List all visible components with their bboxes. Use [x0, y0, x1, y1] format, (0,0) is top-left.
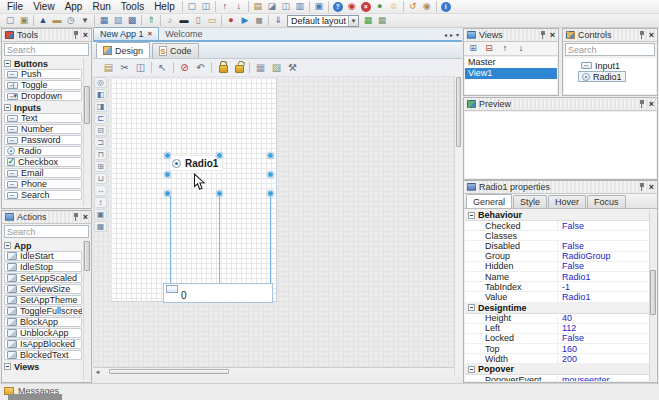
preview-app-icon[interactable]: ▣	[312, 1, 326, 13]
canvas-vertical-scrollbar[interactable]	[454, 76, 462, 375]
pin-icon[interactable]	[540, 31, 546, 40]
collapse-icon[interactable]	[468, 366, 475, 373]
property-value[interactable]: -1	[557, 282, 649, 292]
property-value[interactable]: 160	[557, 344, 649, 354]
tool-item-toggle[interactable]: Toggle	[4, 80, 82, 90]
property-value[interactable]: False	[557, 333, 649, 343]
resize-handle-se[interactable]	[267, 190, 274, 197]
save-icon[interactable]: ▦	[97, 15, 111, 27]
property-row-left[interactable]: Left112	[465, 324, 649, 334]
tab-list-icon[interactable]: ▾	[456, 31, 459, 39]
tab-style[interactable]: Style	[513, 195, 547, 208]
tab-scroll-left-icon[interactable]: ◂	[444, 31, 447, 39]
property-row-hidden[interactable]: HiddenFalse	[465, 262, 649, 272]
tool-item-blockapp[interactable]: BlockApp	[4, 317, 82, 327]
section-app[interactable]: App	[4, 240, 82, 251]
collapse-icon[interactable]	[468, 304, 475, 311]
pin-icon[interactable]	[73, 213, 79, 222]
tool-item-isappblocked[interactable]: IsAppBlocked	[4, 339, 82, 349]
close-icon[interactable]: ×	[649, 31, 654, 40]
align-right-icon[interactable]: ⊐	[94, 137, 107, 148]
resize-handle-e[interactable]	[267, 171, 274, 178]
new-window-icon[interactable]: ▢	[185, 1, 199, 13]
tool-item-phone[interactable]: Phone	[4, 179, 82, 189]
property-row-top[interactable]: Top160	[465, 344, 649, 354]
tool-item-idlestop[interactable]: IdleStop	[4, 262, 82, 272]
bring-front-icon[interactable]: ◧	[94, 89, 107, 100]
browse-files-icon[interactable]: ▥	[293, 1, 307, 13]
tools-scrollbar[interactable]	[83, 58, 90, 206]
chevron-down-icon[interactable]: ▾	[348, 16, 358, 26]
doc-tab-new-app-1[interactable]: New App 1×	[93, 27, 159, 40]
tool-item-text[interactable]: Text	[4, 113, 82, 123]
same-size-icon[interactable]: ▣	[94, 209, 107, 220]
tool-item-setappscaled[interactable]: SetAppScaled	[4, 273, 82, 283]
property-value[interactable]: False	[557, 221, 649, 231]
layout-reset-icon[interactable]: ▦	[375, 15, 389, 27]
property-value[interactable]: Radio1	[557, 292, 649, 302]
controls-search-input[interactable]	[565, 43, 655, 56]
property-group-behaviour[interactable]: Behaviour	[465, 210, 649, 221]
actions-search-input[interactable]	[4, 225, 89, 238]
align-bottom-icon[interactable]: ⊔	[94, 173, 107, 184]
duplicate-icon[interactable]: ◫	[279, 1, 293, 13]
copy-icon[interactable]: ▤	[251, 1, 265, 13]
get-build-icon[interactable]: ⇓	[271, 15, 285, 27]
property-row-value[interactable]: ValueRadio1	[465, 292, 649, 302]
open-project-icon[interactable]: ▬	[50, 15, 64, 27]
section-inputs[interactable]: Inputs	[4, 102, 82, 113]
menu-help[interactable]: Help	[149, 0, 180, 13]
radio1-label-box[interactable]: Radio1	[169, 155, 223, 171]
tab-scroll-right-icon[interactable]: ▸	[450, 31, 453, 39]
tool-item-blockedtext[interactable]: BlockedText	[4, 350, 82, 360]
property-row-group[interactable]: GroupRadioGroup	[465, 252, 649, 262]
property-row-classes[interactable]: Classes	[465, 231, 649, 241]
pin-icon[interactable]	[639, 31, 645, 40]
section-views[interactable]: Views	[4, 361, 82, 372]
close-icon[interactable]: ×	[649, 183, 654, 192]
pin-icon[interactable]	[639, 183, 645, 192]
same-height-icon[interactable]: ↕	[94, 197, 107, 208]
property-group-popover[interactable]: Popover	[465, 364, 649, 375]
extra-tools-icon[interactable]: ⚒	[285, 61, 300, 75]
paste-icon[interactable]: ◪	[265, 1, 279, 13]
property-row-popoverevent[interactable]: PopoverEventmouseenter	[465, 375, 649, 381]
tab-focus[interactable]: Focus	[587, 195, 626, 208]
design-canvas[interactable]: ◎◧◨⊏⊟⊐⊓⊞⊔↔↕▣▦ Radio1 0	[93, 76, 462, 375]
property-value[interactable]: 40	[557, 313, 649, 323]
layout-save-icon[interactable]: ▦	[361, 15, 375, 27]
close-icon[interactable]: ×	[83, 31, 88, 40]
paste-icon[interactable]: ▤	[101, 61, 116, 75]
property-value[interactable]: 200	[557, 354, 649, 364]
console-icon[interactable]: ▬	[177, 15, 191, 27]
property-row-name[interactable]: NameRadio1	[465, 272, 649, 282]
about-icon[interactable]: i	[439, 1, 453, 13]
tab-design[interactable]: Design	[96, 42, 150, 58]
scrollbar-thumb[interactable]	[456, 77, 461, 147]
property-value[interactable]: Radio1	[557, 272, 649, 282]
tool-item-push[interactable]: Push	[4, 69, 82, 79]
collapse-icon[interactable]	[4, 363, 11, 370]
resize-handle-ne[interactable]	[267, 152, 274, 159]
tool-item-checkbox[interactable]: Checkbox	[4, 157, 82, 167]
pin-icon[interactable]	[639, 100, 645, 109]
move-down-icon[interactable]: ↓	[232, 1, 246, 13]
property-row-width[interactable]: Width200	[465, 354, 649, 364]
tools-search-input[interactable]	[4, 43, 89, 56]
same-width-icon[interactable]: ↔	[94, 185, 107, 196]
tool-item-password[interactable]: Password	[4, 135, 82, 145]
tool-item-togglefullscreen[interactable]: ToggleFullscreen	[4, 306, 82, 316]
undo-icon[interactable]: ↶	[193, 61, 208, 75]
property-row-checked[interactable]: CheckedFalse	[465, 221, 649, 231]
theme-icon[interactable]: ▲	[36, 15, 50, 27]
view-item-view1[interactable]: View1	[465, 68, 557, 79]
view-up-icon[interactable]: ↑	[498, 43, 512, 55]
property-value[interactable]: RadioGroup	[557, 251, 649, 261]
publish-icon[interactable]: ⇑	[144, 15, 158, 27]
send-back-icon[interactable]: ◨	[94, 101, 107, 112]
pointer-config-icon[interactable]: ◎	[94, 77, 107, 88]
window-options-icon[interactable]: ▣	[17, 15, 31, 27]
user-icon[interactable]: ◉	[420, 1, 434, 13]
image-icon[interactable]: ▨	[269, 61, 284, 75]
radio1-control[interactable]: Radio1	[167, 155, 271, 194]
